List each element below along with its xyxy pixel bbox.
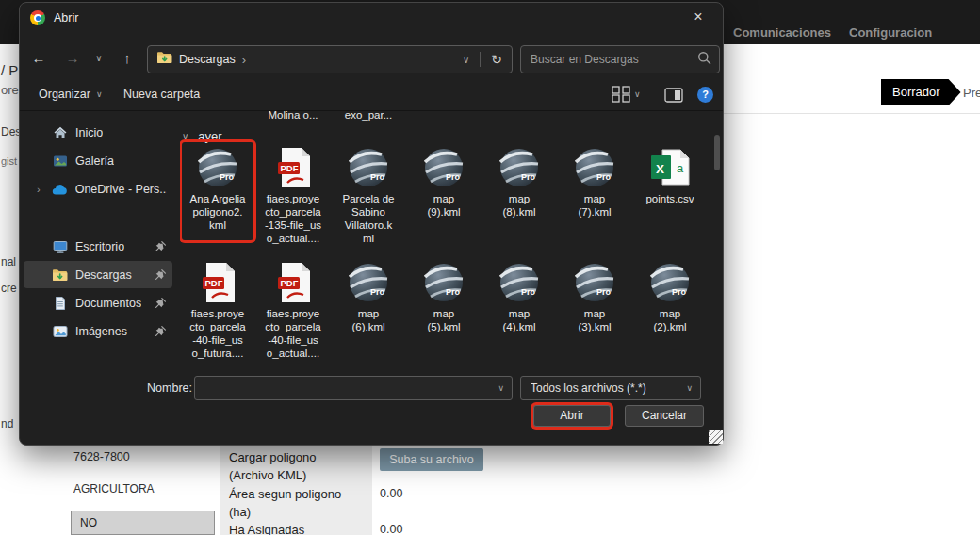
file-tile[interactable]: ProParcela deSabinoVillatoro.kml — [333, 142, 404, 245]
pin-icon — [154, 268, 167, 281]
svg-text:Pro: Pro — [521, 287, 536, 297]
page-left-clipped-column: / PoreDesgistnalcrendiona — [0, 44, 19, 446]
pin-icon — [154, 240, 167, 252]
file-tile[interactable]: Promap(7).kml — [559, 142, 630, 219]
resize-grip[interactable] — [709, 430, 723, 444]
back-button[interactable]: ← — [25, 44, 52, 73]
file-tile[interactable]: PDFfiaes.proyecto_parcela-135-file_uso_a… — [257, 142, 329, 245]
draft-status-badge[interactable]: Borrador — [881, 79, 961, 105]
address-dropdown-icon[interactable]: ∨ — [459, 55, 473, 65]
filename-label: Nombre: — [140, 381, 192, 395]
file-tile[interactable]: Promap(8).kml — [483, 142, 555, 219]
file-tile[interactable]: Promap(6).kml — [333, 257, 404, 333]
sidebar-item-escritorio[interactable]: Escritorio — [24, 233, 172, 260]
history-dropdown-icon[interactable]: ∨ — [89, 44, 109, 73]
pdf-file-icon: PDF — [257, 146, 329, 189]
earth-file-icon: Pro — [408, 146, 480, 189]
file-tile[interactable]: Promap(2).kml — [634, 257, 706, 333]
ha-label: Ha Asignadas — [229, 523, 304, 535]
sidebar-item-descargas[interactable]: Descargas — [24, 261, 172, 288]
file-tile[interactable]: Promap(9).kml — [408, 142, 480, 219]
sidebar-item-onedrive-pers[interactable]: ›OneDrive - Pers... — [24, 175, 172, 203]
file-tile[interactable]: Promap(5).kml — [408, 257, 480, 333]
preview-label-cut: Pre — [963, 86, 980, 100]
file-tile[interactable]: PDFfiaes.proyecto_parcela-40-file_uso_fu… — [182, 257, 253, 360]
new-folder-button[interactable]: Nueva carpeta — [123, 88, 200, 101]
close-icon[interactable]: × — [679, 3, 717, 33]
search-icon[interactable] — [697, 51, 711, 69]
file-name: Parcela deSabinoVillatoro.kml — [333, 192, 404, 245]
clipped-file-name: exo_par... — [331, 109, 406, 121]
sidebar-item-label: Imágenes — [75, 325, 127, 338]
earth-file-icon: Pro — [182, 146, 253, 189]
sidebar-item-inicio[interactable]: Inicio — [24, 119, 172, 146]
filename-combobox[interactable]: ∨ — [194, 376, 513, 400]
up-button[interactable]: ↑ — [114, 44, 140, 73]
dialog-title: Abrir — [54, 11, 78, 24]
svg-text:Pro: Pro — [521, 172, 536, 182]
earth-file-icon: Pro — [333, 261, 404, 304]
file-tile[interactable]: Promap(4).kml — [483, 257, 555, 333]
phone-value: 7628-7800 — [74, 450, 130, 463]
filename-input[interactable] — [204, 381, 492, 396]
organize-label: Organizar — [39, 88, 90, 101]
nav-configuracion[interactable]: Configuracion — [849, 25, 932, 40]
file-name: map(3).kml — [559, 307, 630, 333]
file-name: fiaes.proyecto_parcela-40-file_uso_futur… — [182, 307, 253, 360]
pdf-file-icon: PDF — [257, 261, 329, 304]
view-mode-dropdown-icon[interactable]: ∨ — [634, 89, 641, 99]
pictures-icon — [52, 324, 68, 339]
open-button[interactable]: Abrir — [533, 405, 611, 427]
file-tile[interactable]: Promap(3).kml — [559, 257, 630, 333]
earth-file-icon: Pro — [333, 146, 404, 189]
address-bar[interactable]: Descargas › ∨ ↻ — [147, 45, 513, 73]
organize-button[interactable]: Organizar ∨ — [39, 88, 102, 101]
scrollbar[interactable] — [714, 114, 720, 368]
file-name: map(2).kml — [634, 307, 706, 333]
group-label: ayer — [198, 129, 221, 143]
refresh-icon[interactable]: ↻ — [487, 52, 506, 67]
page-text-fragment: cre — [1, 282, 17, 295]
file-name: fiaes.proyecto_parcela-135-file_uso_actu… — [257, 192, 329, 245]
svg-text:X: X — [656, 162, 664, 176]
forward-button[interactable]: → — [59, 44, 86, 73]
file-name: map(6).kml — [333, 307, 404, 333]
scrollbar-thumb[interactable] — [714, 135, 720, 170]
gallery-icon — [52, 154, 68, 169]
sidebar-item-label: Escritorio — [75, 240, 124, 253]
earth-file-icon: Pro — [559, 146, 630, 189]
home-icon — [52, 125, 68, 140]
upload-file-button[interactable]: Suba su archivo — [380, 448, 483, 471]
nav-comunicaciones[interactable]: Comunicaciones — [733, 25, 831, 40]
chevron-down-icon: ∨ — [182, 131, 188, 141]
svg-text:Pro: Pro — [596, 287, 612, 297]
sidebar-item-im-genes[interactable]: Imágenes — [24, 317, 172, 345]
file-tile[interactable]: PDFfiaes.proyecto_parcela-40-file_uso_ac… — [257, 257, 329, 360]
sidebar-item-galer-a[interactable]: Galería — [24, 147, 172, 174]
sidebar-item-documentos[interactable]: Documentos — [24, 289, 172, 316]
breadcrumb-descargas[interactable]: Descargas — [179, 53, 236, 66]
pdf-file-icon: PDF — [182, 261, 253, 304]
file-tile[interactable]: ProAna Argeliapoligono2.kml — [182, 142, 253, 240]
view-mode-icon[interactable] — [612, 86, 630, 106]
area-label-sub: (ha) — [229, 505, 251, 519]
divider — [480, 52, 481, 67]
search-box[interactable]: Buscar en Descargas — [520, 45, 720, 73]
file-name: map(5).kml — [408, 307, 480, 333]
chevron-down-icon: ∨ — [498, 383, 504, 393]
upload-label-sub: (Archivo KML) — [229, 468, 306, 482]
help-icon[interactable]: ? — [697, 87, 713, 103]
svg-text:a: a — [677, 161, 684, 175]
preview-pane-icon[interactable] — [664, 88, 683, 106]
screen: Comunicaciones Configuracion Borrador Pr… — [0, 0, 980, 535]
group-header-ayer[interactable]: ∨ ayer — [182, 129, 222, 143]
file-tile[interactable]: aXpoints.csv — [634, 142, 706, 205]
no-select[interactable]: NO — [71, 511, 215, 535]
svg-text:Pro: Pro — [446, 287, 461, 297]
cancel-button[interactable]: Cancelar — [625, 405, 704, 427]
page-text-fragment: / P — [1, 62, 18, 78]
sidebar-item-label: Inicio — [75, 126, 103, 139]
sidebar-item-label: OneDrive - Pers... — [75, 183, 167, 196]
clipped-file-name: Molina o... — [255, 109, 331, 121]
filetype-select[interactable]: Todos los archivos (*.*) ∨ — [520, 376, 701, 400]
